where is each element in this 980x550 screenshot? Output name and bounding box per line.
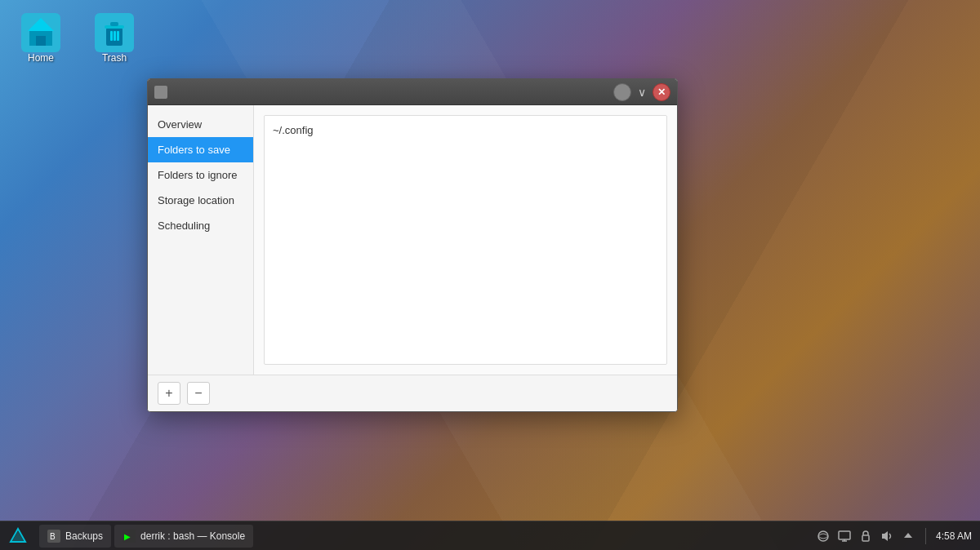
- add-folder-button[interactable]: +: [158, 382, 180, 405]
- trash-icon-label: Trash: [102, 52, 127, 64]
- kde-menu-button[interactable]: [7, 525, 29, 548]
- svg-rect-10: [114, 31, 116, 41]
- backups-taskbar-label: Backups: [65, 530, 103, 542]
- konsole-taskbar-icon: ▶: [122, 530, 136, 543]
- arrow-tray-icon[interactable]: [901, 529, 915, 543]
- taskbar-divider: [925, 528, 926, 544]
- svg-marker-24: [882, 531, 888, 541]
- title-bar-controls: ∨ ✕: [613, 83, 670, 101]
- sidebar-item-overview[interactable]: Overview: [148, 112, 253, 137]
- taskbar-right: 4:58 AM: [808, 528, 980, 544]
- desktop-icon-trash[interactable]: Trash: [82, 8, 147, 69]
- svg-marker-25: [904, 533, 912, 538]
- remove-folder-button[interactable]: −: [187, 382, 210, 405]
- svg-rect-3: [36, 36, 46, 46]
- taskbar-app-backups[interactable]: B Backups: [39, 525, 111, 548]
- desktop-icon-home[interactable]: Home: [8, 8, 74, 69]
- main-content: ~/.config: [254, 105, 677, 375]
- sidebar-item-scheduling[interactable]: Scheduling: [148, 213, 253, 238]
- taskbar-left: [0, 525, 36, 548]
- svg-rect-11: [117, 31, 119, 41]
- volume-tray-icon[interactable]: [880, 529, 894, 543]
- window-footer: + −: [148, 375, 677, 411]
- svg-rect-9: [110, 31, 113, 41]
- title-bar: ∨ ✕: [148, 79, 677, 105]
- backups-taskbar-icon: B: [47, 530, 60, 543]
- taskbar-time: 4:58 AM: [936, 530, 972, 542]
- display-tray-icon[interactable]: [837, 529, 852, 543]
- window-body: Overview Folders to save Folders to igno…: [148, 105, 677, 375]
- sidebar-item-folders-to-save[interactable]: Folders to save: [148, 137, 253, 162]
- svg-rect-20: [839, 531, 850, 539]
- desktop: Home Trash ∨: [0, 0, 980, 550]
- home-icon: [21, 13, 60, 52]
- sidebar-item-folders-to-ignore[interactable]: Folders to ignore: [148, 162, 253, 188]
- svg-point-19: [818, 531, 828, 541]
- svg-rect-8: [110, 22, 118, 26]
- svg-rect-23: [862, 535, 869, 541]
- svg-rect-12: [155, 86, 167, 98]
- sidebar: Overview Folders to save Folders to igno…: [148, 105, 254, 375]
- folder-list[interactable]: ~/.config: [264, 115, 667, 365]
- list-item: ~/.config: [265, 119, 666, 141]
- taskbar-app-konsole[interactable]: ▶ derrik : bash — Konsole: [114, 525, 253, 548]
- window-circle-button[interactable]: [613, 83, 631, 101]
- kde-logo-icon: [9, 527, 27, 545]
- svg-text:B: B: [50, 532, 56, 541]
- home-icon-label: Home: [28, 52, 54, 64]
- sidebar-item-storage-location[interactable]: Storage location: [148, 188, 253, 213]
- network-tray-icon[interactable]: [816, 529, 831, 543]
- app-window: ∨ ✕ Overview Folders to save Folders to …: [147, 78, 678, 412]
- title-bar-left: [154, 86, 167, 99]
- konsole-taskbar-label: derrik : bash — Konsole: [140, 530, 245, 542]
- window-close-button[interactable]: ✕: [653, 83, 670, 101]
- app-icon: [154, 86, 167, 99]
- taskbar-apps: B Backups ▶ derrik : bash — Konsole: [36, 525, 808, 548]
- lock-tray-icon[interactable]: [858, 529, 873, 543]
- trash-icon: [95, 13, 134, 52]
- taskbar: B Backups ▶ derrik : bash — Konsole: [0, 521, 980, 550]
- svg-text:▶: ▶: [124, 532, 131, 541]
- window-minimize-button[interactable]: ∨: [635, 86, 649, 99]
